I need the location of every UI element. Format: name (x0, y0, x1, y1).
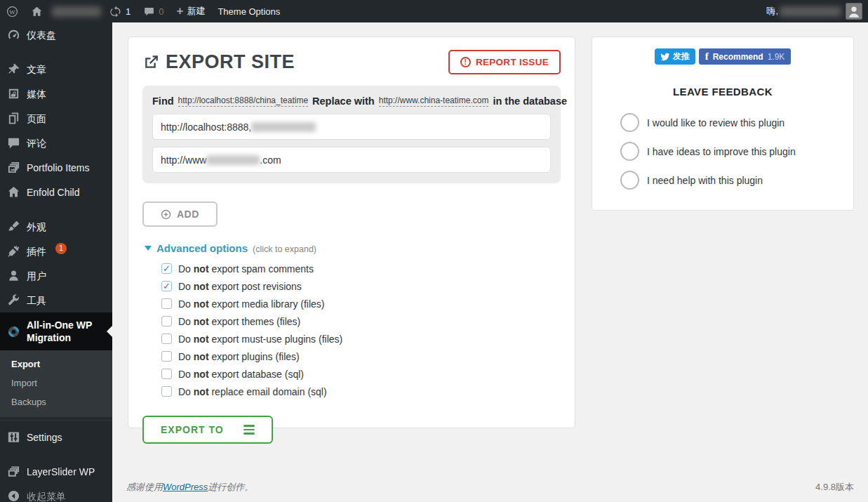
content-area: EXPORT SITE ! REPORT ISSUE Find http://l… (112, 22, 868, 502)
plus-circle-icon (161, 209, 171, 220)
update-count: 1 (126, 6, 131, 17)
find-label: Find (152, 95, 174, 107)
option-no-spam-comments[interactable]: Do not export spam comments (161, 260, 561, 277)
database-label: in the database (493, 95, 567, 107)
checkbox[interactable] (161, 281, 172, 291)
comment-icon (143, 6, 155, 18)
wordpress-logo-icon[interactable]: W (0, 0, 25, 22)
home-icon[interactable] (25, 0, 49, 22)
export-panel: EXPORT SITE ! REPORT ISSUE Find http://l… (128, 37, 575, 428)
layers-icon (7, 465, 20, 478)
recommend-count: 1.9K (768, 52, 785, 62)
sidebar-item-tools[interactable]: 工具 (0, 288, 112, 312)
portfolio-icon (7, 161, 20, 174)
page-title: EXPORT SITE (142, 51, 295, 73)
feedback-panel: 发推 f Recommend 1.9K LEAVE FEEDBACK I wou… (592, 37, 854, 211)
sidebar-item-layerslider[interactable]: LayerSlider WP (0, 459, 112, 484)
option-no-email-replace[interactable]: Do not replace email domain (sql) (161, 383, 561, 400)
feedback-option-help[interactable]: I need help with this plugin (620, 171, 841, 190)
replace-label: Replace with (312, 95, 375, 107)
sidebar-item-collapse-menu[interactable]: 收起菜单 (0, 484, 112, 502)
site-name-redacted[interactable] (52, 6, 101, 17)
twitter-icon (660, 52, 670, 62)
find-input-redacted (251, 122, 316, 132)
replace-value: http://www.china-teatime.com (379, 95, 489, 107)
migration-submenu: Export Import Backups (0, 350, 112, 417)
media-icon (7, 87, 20, 100)
avatar[interactable] (846, 3, 862, 20)
submenu-item-import[interactable]: Import (0, 374, 112, 392)
option-no-media-library[interactable]: Do not export media library (files) (161, 295, 561, 312)
checkbox[interactable] (161, 386, 172, 397)
find-input[interactable]: http://localhost:8888, (152, 114, 551, 140)
migration-icon (7, 325, 20, 338)
tweet-button[interactable]: 发推 (655, 48, 695, 65)
checkbox[interactable] (161, 263, 172, 274)
new-label: 新建 (187, 5, 205, 18)
plus-icon: + (176, 5, 183, 17)
feedback-option-improve[interactable]: I have ideas to improve this plugin (620, 142, 841, 161)
sidebar-item-settings[interactable]: Settings (0, 425, 112, 449)
sidebar-item-users[interactable]: 用户 (0, 263, 112, 288)
replace-input[interactable]: http://www .com (152, 147, 551, 173)
admin-bar: W 1 0 + 新建 Theme Options 嗨, (0, 0, 868, 22)
sidebar-item-appearance[interactable]: 外观 (0, 214, 112, 239)
option-no-must-use-plugins[interactable]: Do not export must-use plugins (files) (161, 330, 561, 348)
sidebar-item-enfold-child[interactable]: Enfold Child (0, 180, 112, 204)
sidebar-item-dashboard[interactable]: 仪表盘 (0, 22, 112, 47)
option-no-database[interactable]: Do not export database (sql) (161, 365, 561, 383)
comments-indicator[interactable]: 0 (137, 0, 170, 22)
facebook-recommend-button[interactable]: f Recommend 1.9K (699, 48, 792, 65)
export-to-button[interactable]: EXPORT TO (142, 416, 273, 444)
sidebar-item-plugins[interactable]: 插件 1 (0, 239, 112, 263)
sidebar-divider (0, 420, 112, 421)
version-text: 4.9.8版本 (815, 481, 854, 494)
facebook-icon: f (705, 51, 709, 62)
triangle-down-icon (145, 246, 152, 251)
sliders-icon (7, 430, 20, 444)
update-icon (110, 6, 122, 18)
sidebar-item-pages[interactable]: 页面 (0, 106, 112, 131)
advanced-options-list: Do not export spam comments Do not expor… (161, 260, 561, 400)
admin-sidebar: 仪表盘 文章 媒体 页面 评论 Portfolio Items Enfold C… (0, 22, 112, 502)
checkbox[interactable] (161, 316, 172, 326)
checkbox[interactable] (161, 298, 172, 309)
updates-indicator[interactable]: 1 (104, 0, 137, 22)
radio-button[interactable] (620, 171, 639, 190)
sidebar-item-all-in-one-wp-migration[interactable]: All-in-One WP Migration (0, 312, 112, 350)
radio-button[interactable] (620, 142, 639, 161)
report-issue-button[interactable]: ! REPORT ISSUE (448, 50, 561, 74)
menu-icon (243, 425, 255, 435)
option-no-post-revisions[interactable]: Do not export post revisions (161, 277, 561, 295)
checkbox[interactable] (161, 351, 172, 362)
sidebar-item-comments[interactable]: 评论 (0, 131, 112, 155)
option-no-plugins[interactable]: Do not export plugins (files) (161, 348, 561, 365)
admin-footer: 感谢使用WordPress进行创作。 4.9.8版本 (126, 481, 854, 494)
username-redacted[interactable] (780, 6, 841, 17)
comment-count: 0 (159, 6, 163, 17)
checkbox[interactable] (161, 369, 172, 379)
theme-options-button[interactable]: Theme Options (211, 0, 286, 22)
plug-icon (7, 244, 20, 258)
sidebar-item-portfolio[interactable]: Portfolio Items (0, 155, 112, 180)
alert-circle-icon: ! (460, 57, 471, 67)
option-no-themes[interactable]: Do not export themes (files) (161, 312, 561, 330)
find-value: http://localhost:8888/china_teatime (178, 95, 308, 107)
radio-button[interactable] (620, 113, 639, 132)
feedback-options: I would like to review this plugin I hav… (620, 113, 841, 190)
footer-thanks: 感谢使用WordPress进行创作。 (126, 481, 253, 494)
advanced-options-toggle[interactable]: Advanced options (click to expand) (142, 242, 561, 254)
wordpress-link[interactable]: WordPress (163, 482, 208, 492)
sidebar-item-posts[interactable]: 文章 (0, 57, 112, 81)
dashboard-icon (7, 28, 20, 41)
submenu-item-export[interactable]: Export (0, 355, 112, 374)
pin-icon (7, 62, 20, 76)
brush-icon (7, 220, 20, 233)
feedback-option-review[interactable]: I would like to review this plugin (620, 113, 841, 132)
submenu-item-backups[interactable]: Backups (0, 392, 112, 411)
collapse-icon (7, 489, 20, 502)
checkbox[interactable] (161, 333, 172, 344)
add-button[interactable]: ADD (142, 202, 218, 227)
new-content-button[interactable]: + 新建 (170, 0, 211, 22)
sidebar-item-media[interactable]: 媒体 (0, 81, 112, 106)
